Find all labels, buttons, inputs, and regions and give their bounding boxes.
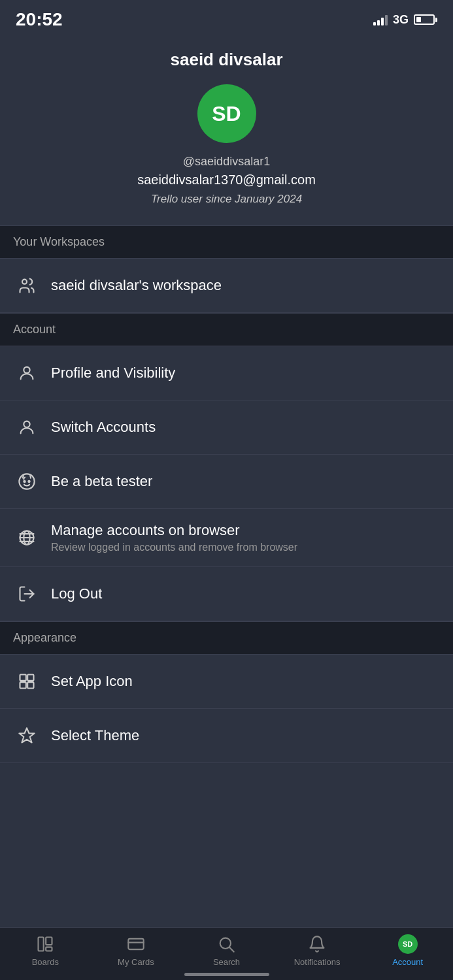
beta-tester-label: Be a beta tester — [51, 473, 440, 490]
profile-visibility-icon — [13, 359, 41, 387]
status-right: 3G — [373, 13, 437, 27]
avatar: SD — [197, 84, 256, 143]
home-indicator — [184, 973, 269, 976]
nav-account[interactable]: SD Account — [362, 934, 453, 967]
profile-visibility-item[interactable]: Profile and Visibility — [0, 346, 453, 400]
profile-username: @saeiddivsalar1 — [13, 155, 440, 169]
network-type: 3G — [393, 13, 409, 27]
profile-name: saeid divsalar — [13, 50, 440, 70]
logout-label: Log Out — [51, 585, 440, 602]
appearance-header: Appearance — [0, 621, 453, 655]
switch-accounts-icon — [13, 414, 41, 441]
nav-search-label: Search — [213, 957, 240, 967]
svg-point-1 — [24, 367, 29, 373]
profile-since: Trello user since January 2024 — [13, 193, 440, 206]
theme-icon — [13, 722, 41, 749]
profile-email: saeiddivsalar1370@gmail.com — [13, 172, 440, 188]
svg-rect-14 — [27, 682, 33, 688]
nav-boards[interactable]: Boards — [0, 934, 91, 967]
switch-accounts-item[interactable]: Switch Accounts — [0, 400, 453, 455]
switch-accounts-label: Switch Accounts — [51, 419, 440, 436]
svg-rect-16 — [46, 938, 52, 945]
manage-accounts-text: Manage accounts on browser Review logged… — [51, 522, 440, 553]
nav-search[interactable]: Search — [181, 934, 272, 967]
boards-icon — [35, 934, 55, 954]
nav-notifications-label: Notifications — [294, 957, 341, 967]
svg-point-0 — [22, 280, 27, 284]
profile-section: saeid divsalar SD @saeiddivsalar1 saeidd… — [0, 37, 453, 225]
workspaces-header: Your Workspaces — [0, 225, 453, 259]
svg-rect-12 — [27, 675, 33, 681]
signal-icon — [373, 14, 388, 25]
set-app-icon-label: Set App Icon — [51, 673, 440, 690]
app-icon-icon — [13, 668, 41, 695]
bottom-nav: Boards My Cards Search Notifications — [0, 927, 453, 980]
workspace-label: saeid divsalar's workspace — [51, 277, 440, 294]
set-app-icon-item[interactable]: Set App Icon — [0, 655, 453, 709]
svg-rect-17 — [46, 947, 52, 951]
avatar-initials: SD — [212, 102, 241, 126]
battery-icon — [414, 14, 437, 25]
profile-visibility-label: Profile and Visibility — [51, 365, 440, 382]
logout-icon — [13, 580, 41, 608]
svg-rect-15 — [39, 938, 44, 951]
logout-item[interactable]: Log Out — [0, 567, 453, 621]
mycards-icon — [126, 934, 146, 954]
svg-rect-11 — [20, 675, 26, 681]
status-time: 20:52 — [16, 9, 63, 30]
svg-line-21 — [230, 947, 234, 951]
svg-point-2 — [24, 421, 29, 427]
svg-rect-18 — [128, 939, 143, 949]
manage-accounts-item[interactable]: Manage accounts on browser Review logged… — [0, 509, 453, 567]
select-theme-item[interactable]: Select Theme — [0, 709, 453, 763]
nav-mycards-label: My Cards — [118, 957, 154, 967]
workspace-item[interactable]: saeid divsalar's workspace — [0, 259, 453, 313]
svg-point-3 — [24, 481, 25, 482]
notifications-icon — [307, 934, 327, 954]
nav-account-label: Account — [392, 957, 423, 967]
beta-tester-item[interactable]: Be a beta tester — [0, 455, 453, 509]
nav-mycards[interactable]: My Cards — [91, 934, 182, 967]
svg-point-4 — [28, 481, 29, 482]
nav-boards-label: Boards — [32, 957, 59, 967]
search-icon — [216, 934, 236, 954]
workspace-icon — [13, 272, 41, 299]
beta-tester-icon — [13, 468, 41, 495]
nav-notifications[interactable]: Notifications — [272, 934, 363, 967]
nav-avatar-initials: SD — [403, 940, 412, 948]
account-nav-icon: SD — [398, 934, 418, 954]
globe-icon — [13, 524, 41, 551]
account-header: Account — [0, 313, 453, 346]
svg-rect-13 — [20, 682, 26, 688]
select-theme-label: Select Theme — [51, 727, 440, 744]
status-bar: 20:52 3G — [0, 0, 453, 37]
